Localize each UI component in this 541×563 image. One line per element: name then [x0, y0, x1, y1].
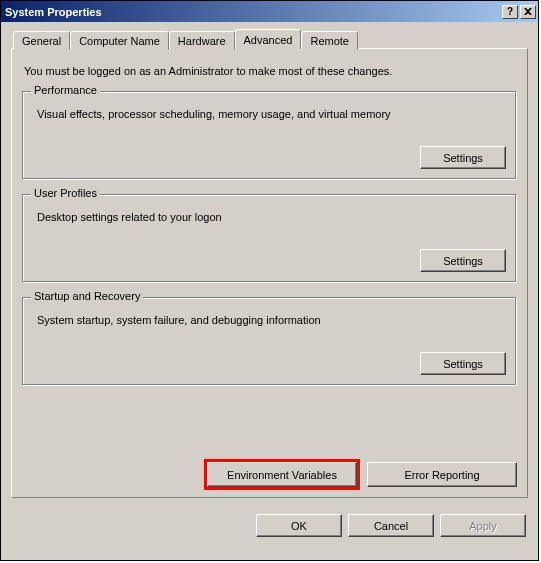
- startup-recovery-settings-button[interactable]: Settings: [420, 352, 506, 375]
- close-icon: [524, 8, 532, 15]
- cancel-button[interactable]: Cancel: [348, 514, 434, 537]
- panel-bottom-buttons: Environment Variables Error Reporting: [207, 462, 517, 487]
- startup-recovery-group: Startup and Recovery System startup, sys…: [22, 297, 517, 386]
- performance-group: Performance Visual effects, processor sc…: [22, 91, 517, 180]
- advanced-panel: You must be logged on as an Administrato…: [11, 48, 528, 498]
- tab-strip: General Computer Name Hardware Advanced …: [11, 30, 528, 49]
- user-profiles-legend: User Profiles: [31, 187, 100, 199]
- error-reporting-button[interactable]: Error Reporting: [367, 462, 517, 487]
- environment-variables-button[interactable]: Environment Variables: [207, 462, 357, 487]
- tab-advanced[interactable]: Advanced: [235, 29, 302, 49]
- content-area: General Computer Name Hardware Advanced …: [1, 22, 538, 506]
- window-title: System Properties: [3, 6, 500, 18]
- tab-general[interactable]: General: [13, 31, 70, 50]
- startup-recovery-legend: Startup and Recovery: [31, 290, 143, 302]
- tab-remote[interactable]: Remote: [301, 31, 358, 50]
- apply-button[interactable]: Apply: [440, 514, 526, 537]
- help-button[interactable]: ?: [502, 5, 518, 19]
- performance-desc: Visual effects, processor scheduling, me…: [37, 108, 506, 120]
- system-properties-dialog: System Properties ? General Computer Nam…: [0, 0, 539, 561]
- performance-settings-button[interactable]: Settings: [420, 146, 506, 169]
- titlebar: System Properties ?: [1, 1, 538, 22]
- user-profiles-desc: Desktop settings related to your logon: [37, 211, 506, 223]
- user-profiles-group: User Profiles Desktop settings related t…: [22, 194, 517, 283]
- intro-text: You must be logged on as an Administrato…: [24, 65, 515, 77]
- performance-legend: Performance: [31, 84, 100, 96]
- close-button[interactable]: [520, 5, 536, 19]
- tab-hardware[interactable]: Hardware: [169, 31, 235, 50]
- ok-button[interactable]: OK: [256, 514, 342, 537]
- startup-recovery-desc: System startup, system failure, and debu…: [37, 314, 506, 326]
- tab-computer-name[interactable]: Computer Name: [70, 31, 169, 50]
- dialog-footer: OK Cancel Apply: [1, 506, 538, 547]
- user-profiles-settings-button[interactable]: Settings: [420, 249, 506, 272]
